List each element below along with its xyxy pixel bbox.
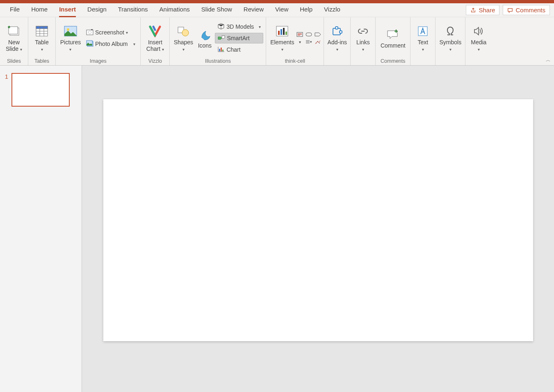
- svg-rect-27: [335, 27, 338, 29]
- tab-help[interactable]: Help: [294, 3, 318, 17]
- chevron-down-icon: ▾: [69, 47, 71, 52]
- pictures-icon: [64, 24, 78, 38]
- photo-album-button[interactable]: Photo Album ▾: [84, 39, 138, 49]
- share-label: Share: [479, 7, 495, 14]
- pictures-button[interactable]: Pictures▾: [58, 19, 83, 57]
- comment-button[interactable]: Comment: [378, 19, 408, 57]
- icons-icon: [198, 27, 212, 41]
- tab-label: Vizzlo: [324, 6, 340, 13]
- slide-editor[interactable]: [82, 66, 554, 392]
- chevron-up-icon: ︿: [546, 57, 551, 63]
- btn-text: Insert Chart: [146, 39, 162, 52]
- comments-button[interactable]: Comments: [503, 5, 550, 15]
- slide-thumbnail[interactable]: [11, 73, 70, 107]
- group-tables: Table▾ Tables: [28, 17, 56, 65]
- svg-rect-14: [221, 48, 222, 51]
- chevron-down-icon: ▾: [478, 47, 480, 52]
- svg-rect-8: [91, 29, 93, 30]
- illustrations-stack: 3D Models ▾ SmartArt Char: [215, 21, 263, 55]
- btn-label: 3D Models: [226, 23, 254, 30]
- btn-label: Table▾: [35, 39, 48, 52]
- chevron-down-icon: ▾: [336, 47, 338, 52]
- shapes-icon: [176, 24, 190, 38]
- tc-harvey-dropdown[interactable]: ▾: [296, 39, 303, 45]
- addins-button[interactable]: Add-ins ▾: [326, 19, 348, 57]
- slide-canvas[interactable]: [103, 99, 533, 341]
- comment-icon: [507, 7, 513, 13]
- btn-text: Symbols: [439, 39, 461, 46]
- tab-vizzlo[interactable]: Vizzlo: [318, 3, 346, 17]
- media-button[interactable]: Media▾: [468, 19, 489, 57]
- group-label: [413, 57, 433, 65]
- tab-label: Slide Show: [201, 6, 232, 13]
- group-label: [468, 57, 489, 65]
- group-addins: Add-ins ▾: [324, 17, 351, 65]
- slide-thumbnail-row[interactable]: 1: [0, 71, 82, 108]
- table-button[interactable]: Table▾: [31, 19, 53, 57]
- group-label: Slides: [2, 57, 25, 65]
- icons-button[interactable]: Icons: [195, 19, 214, 57]
- smartart-button[interactable]: SmartArt: [215, 33, 263, 43]
- tab-review[interactable]: Review: [238, 3, 269, 17]
- btn-label: Insert Chart ▾: [144, 39, 166, 52]
- chevron-down-icon: ▾: [162, 47, 164, 52]
- btn-label: Comment: [381, 43, 406, 49]
- tab-view[interactable]: View: [269, 3, 294, 17]
- share-icon: [470, 7, 476, 13]
- group-thinkcell: Elements▾ ▾ ▾ think-cell: [266, 17, 324, 65]
- svg-rect-18: [280, 29, 282, 35]
- new-slide-button[interactable]: New Slide ▾: [2, 19, 25, 57]
- chart-button[interactable]: Chart: [215, 44, 263, 55]
- text-button[interactable]: Text▾: [413, 19, 433, 57]
- btn-text: Media: [471, 39, 486, 46]
- tab-home[interactable]: Home: [25, 3, 53, 17]
- btn-label: Shapes▾: [174, 39, 193, 52]
- tab-design[interactable]: Design: [82, 3, 112, 17]
- 3d-models-dropdown[interactable]: ▾: [256, 25, 263, 29]
- group-text: Text▾: [410, 17, 435, 65]
- btn-label: New Slide ▾: [3, 39, 25, 52]
- chevron-down-icon: ▾: [133, 42, 135, 46]
- tab-slideshow[interactable]: Slide Show: [196, 3, 238, 17]
- group-label: Illustrations: [172, 57, 263, 65]
- tc-lines-dropdown[interactable]: ▾: [305, 39, 312, 45]
- share-button[interactable]: Share: [466, 5, 499, 15]
- tab-transitions[interactable]: Transitions: [112, 3, 154, 17]
- 3d-models-button[interactable]: 3D Models: [215, 21, 256, 32]
- tab-label: Transitions: [118, 6, 148, 13]
- btn-text: Text: [417, 39, 428, 46]
- chevron-down-icon: ▾: [41, 47, 43, 52]
- chart-icon: [217, 46, 225, 53]
- tab-label: Insert: [59, 6, 76, 13]
- group-label: [326, 57, 348, 65]
- tab-insert[interactable]: Insert: [53, 3, 82, 17]
- tab-label: Animations: [160, 6, 190, 13]
- vizzlo-insert-chart-button[interactable]: Insert Chart ▾: [143, 19, 167, 57]
- thinkcell-elements-button[interactable]: Elements▾: [269, 19, 296, 57]
- tc-rounded-rect-button[interactable]: [305, 31, 312, 38]
- btn-text: Add-ins: [328, 39, 347, 46]
- group-label: Comments: [378, 57, 408, 65]
- btn-label: Media▾: [471, 39, 486, 52]
- collapse-ribbon-button[interactable]: ︿: [546, 57, 551, 64]
- tc-pentagon-button[interactable]: [315, 31, 321, 38]
- tab-animations[interactable]: Animations: [154, 3, 196, 17]
- btn-text: Shapes: [174, 39, 193, 46]
- tc-textbox-button[interactable]: [296, 31, 303, 38]
- shapes-button[interactable]: Shapes▾: [172, 19, 194, 57]
- svg-rect-20: [285, 32, 287, 35]
- tc-more-button[interactable]: [315, 39, 321, 45]
- btn-label: Screenshot: [95, 29, 124, 36]
- screenshot-icon: [86, 29, 93, 36]
- svg-rect-13: [219, 49, 220, 51]
- slide-thumbnails-panel[interactable]: 1: [0, 66, 82, 392]
- btn-text: Elements: [270, 39, 294, 46]
- thinkcell-minitools: ▾ ▾: [296, 31, 321, 45]
- screenshot-button[interactable]: Screenshot ▾: [84, 27, 138, 38]
- symbols-button[interactable]: Symbols▾: [438, 19, 463, 57]
- link-icon: [356, 24, 370, 38]
- tab-file[interactable]: File: [4, 3, 25, 17]
- speaker-icon: [472, 24, 486, 38]
- links-button[interactable]: Links▾: [353, 19, 373, 57]
- svg-rect-3: [36, 26, 48, 29]
